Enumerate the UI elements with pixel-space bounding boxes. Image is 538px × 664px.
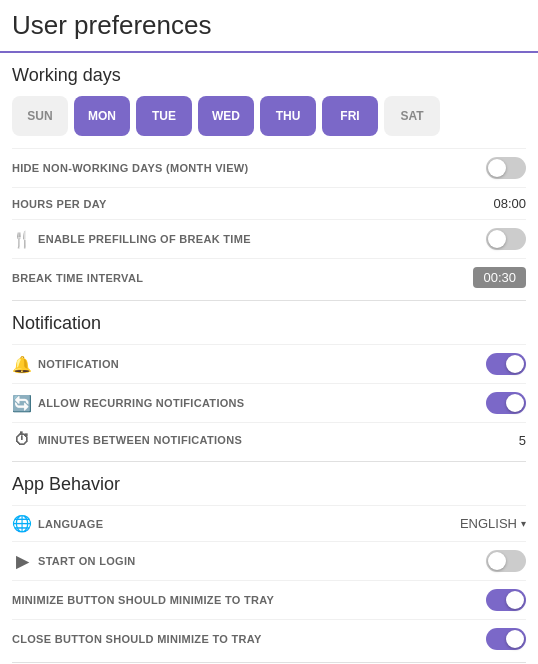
hide-non-working-row: HIDE NON-WORKING DAYS (MONTH VIEW)	[12, 148, 526, 187]
notification-heading: Notification	[12, 313, 526, 334]
day-sun[interactable]: SUN	[12, 96, 68, 136]
day-tue[interactable]: TUE	[136, 96, 192, 136]
timer-icon: ⏱	[12, 431, 32, 449]
hours-per-day-value: 08:00	[493, 196, 526, 211]
allow-recurring-label: 🔄 ALLOW RECURRING NOTIFICATIONS	[12, 394, 244, 413]
language-value: ENGLISH	[460, 516, 517, 531]
enable-break-row: 🍴 ENABLE PREFILLING OF BREAK TIME	[12, 219, 526, 258]
break-time-interval-label: BREAK TIME INTERVAL	[12, 272, 143, 284]
day-thu[interactable]: THU	[260, 96, 316, 136]
working-days-section: Working days SUN MON TUE WED THU FRI SAT…	[0, 53, 538, 300]
language-label: 🌐 LANGUAGE	[12, 514, 103, 533]
day-buttons-row: SUN MON TUE WED THU FRI SAT	[12, 96, 526, 136]
enable-break-label: 🍴 ENABLE PREFILLING OF BREAK TIME	[12, 230, 251, 249]
allow-recurring-toggle[interactable]	[486, 392, 526, 414]
enable-break-toggle[interactable]	[486, 228, 526, 250]
fork-knife-icon: 🍴	[12, 230, 32, 249]
day-mon[interactable]: MON	[74, 96, 130, 136]
allow-recurring-row: 🔄 ALLOW RECURRING NOTIFICATIONS	[12, 383, 526, 422]
start-on-login-toggle[interactable]	[486, 550, 526, 572]
notification-section: Notification 🔔 NOTIFICATION 🔄 ALLOW RECU…	[0, 301, 538, 461]
close-tray-label: CLOSE BUTTON SHOULD MINIMIZE TO TRAY	[12, 633, 262, 645]
break-time-interval-row: BREAK TIME INTERVAL 00:30	[12, 258, 526, 296]
hours-per-day-label: HOURS PER DAY	[12, 198, 107, 210]
minutes-between-row: ⏱ MINUTES BETWEEN NOTIFICATIONS 5	[12, 422, 526, 457]
minimize-tray-label: MINIMIZE BUTTON SHOULD MINIMIZE TO TRAY	[12, 594, 274, 606]
break-time-interval-value: 00:30	[473, 267, 526, 288]
play-icon: ▶	[12, 552, 32, 571]
day-fri[interactable]: FRI	[322, 96, 378, 136]
hide-non-working-toggle[interactable]	[486, 157, 526, 179]
page-title: User preferences	[0, 0, 538, 53]
app-behavior-heading: App Behavior	[12, 474, 526, 495]
start-on-login-row: ▶ START ON LOGIN	[12, 541, 526, 580]
minimize-tray-row: MINIMIZE BUTTON SHOULD MINIMIZE TO TRAY	[12, 580, 526, 619]
language-dropdown[interactable]: ENGLISH ▾	[460, 516, 526, 531]
close-tray-toggle[interactable]	[486, 628, 526, 650]
notification-label: 🔔 NOTIFICATION	[12, 355, 119, 374]
minutes-between-value: 5	[519, 433, 526, 448]
close-tray-row: CLOSE BUTTON SHOULD MINIMIZE TO TRAY	[12, 619, 526, 658]
language-dropdown-arrow: ▾	[521, 518, 526, 529]
notification-row: 🔔 NOTIFICATION	[12, 344, 526, 383]
start-on-login-label: ▶ START ON LOGIN	[12, 552, 136, 571]
bell-icon: 🔔	[12, 355, 32, 374]
working-days-heading: Working days	[12, 65, 526, 86]
hide-non-working-label: HIDE NON-WORKING DAYS (MONTH VIEW)	[12, 162, 249, 174]
recurring-icon: 🔄	[12, 394, 32, 413]
language-row: 🌐 LANGUAGE ENGLISH ▾	[12, 505, 526, 541]
app-behavior-section: App Behavior 🌐 LANGUAGE ENGLISH ▾ ▶ STAR…	[0, 462, 538, 662]
minimize-tray-toggle[interactable]	[486, 589, 526, 611]
day-sat[interactable]: SAT	[384, 96, 440, 136]
globe-icon: 🌐	[12, 514, 32, 533]
day-wed[interactable]: WED	[198, 96, 254, 136]
minutes-between-label: ⏱ MINUTES BETWEEN NOTIFICATIONS	[12, 431, 242, 449]
hours-per-day-row: HOURS PER DAY 08:00	[12, 187, 526, 219]
notification-toggle[interactable]	[486, 353, 526, 375]
